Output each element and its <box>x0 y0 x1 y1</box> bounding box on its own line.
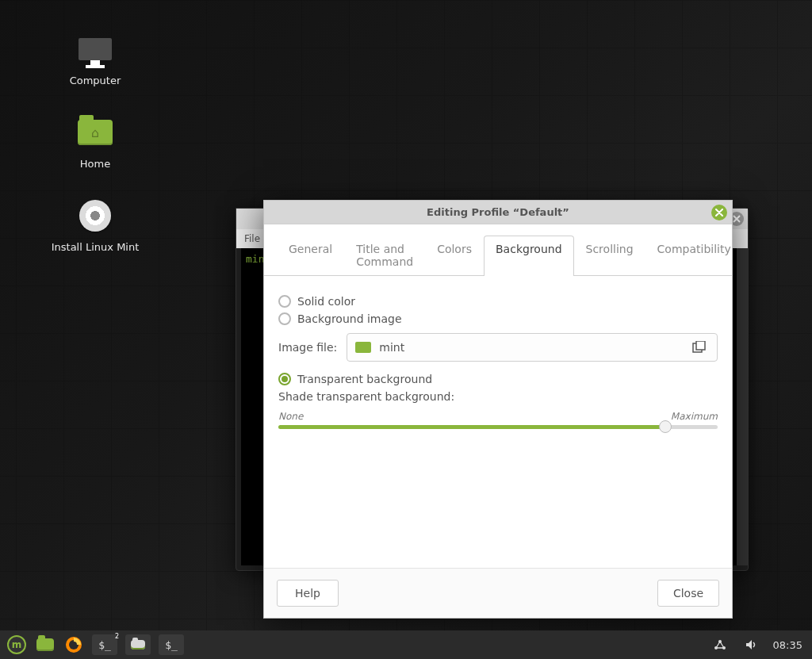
terminal-icon: $_ <box>165 639 178 651</box>
image-file-label: Image file: <box>278 341 337 354</box>
browse-icon <box>690 339 709 355</box>
close-icon <box>715 209 723 216</box>
folder-icon <box>36 638 54 651</box>
dialog-tabs: General Title and Command Colors Backgro… <box>264 224 732 276</box>
desktop-icon-label: Install Linux Mint <box>52 241 140 253</box>
image-file-chooser[interactable]: mint <box>347 333 718 362</box>
taskbar: m $_ $_ 08:35 <box>0 630 812 659</box>
taskbar-terminal-group[interactable]: $_ <box>92 634 117 655</box>
tab-title-command[interactable]: Title and Command <box>344 236 425 276</box>
dialog-close-button[interactable] <box>711 205 727 220</box>
volume-icon[interactable] <box>741 634 762 655</box>
shade-label: Shade transparent background: <box>278 390 718 403</box>
close-button[interactable]: Close <box>657 580 719 607</box>
firefox-icon <box>65 636 82 653</box>
radio-label: Transparent background <box>297 373 432 385</box>
computer-icon <box>75 32 115 67</box>
start-menu-button[interactable]: m <box>6 634 27 655</box>
radio-solid-color[interactable]: Solid color <box>278 295 718 308</box>
profile-dialog: Editing Profile “Default” General Title … <box>263 200 733 619</box>
desktop-icon-label: Home <box>80 158 110 170</box>
radio-background-image[interactable]: Background image <box>278 312 718 325</box>
tab-general[interactable]: General <box>277 236 344 276</box>
image-file-value: mint <box>379 341 404 354</box>
dialog-footer: Help Close <box>264 568 732 618</box>
tab-colors[interactable]: Colors <box>425 236 484 276</box>
radio-label: Solid color <box>297 295 355 308</box>
taskbar-left: m $_ $_ <box>6 634 184 655</box>
network-icon[interactable] <box>710 634 730 655</box>
taskbar-files-window[interactable] <box>125 634 151 655</box>
slider-max-label: Maximum <box>671 411 718 422</box>
terminal-menu-file[interactable]: File <box>244 233 260 244</box>
radio-transparent-background[interactable]: Transparent background <box>278 373 718 385</box>
taskbar-right: 08:35 <box>710 634 806 655</box>
terminal-icon: $_ <box>98 639 111 651</box>
help-button[interactable]: Help <box>277 580 339 607</box>
tab-content-background: Solid color Background image Image file:… <box>264 276 732 429</box>
tab-compatibility[interactable]: Compatibility <box>645 236 743 276</box>
terminal-scrollbar[interactable] <box>737 248 748 565</box>
taskbar-terminal-window[interactable]: $_ <box>159 634 184 655</box>
desktop-icon-grid: Computer ⌂ Home Install Linux Mint <box>32 32 159 253</box>
terminal-prompt: min <box>246 253 264 265</box>
desktop-icon-label: Computer <box>70 75 121 86</box>
dialog-titlebar[interactable]: Editing Profile “Default” <box>264 201 732 224</box>
desktop-icon-computer[interactable]: Computer <box>32 32 159 86</box>
folder-icon <box>355 342 371 353</box>
slider-thumb[interactable] <box>659 420 672 433</box>
mint-logo-icon: m <box>7 635 26 654</box>
desktop-icon-install[interactable]: Install Linux Mint <box>32 198 159 253</box>
radio-label: Background image <box>297 312 402 325</box>
svg-rect-1 <box>696 341 705 350</box>
disc-icon <box>75 198 115 233</box>
panel-clock[interactable]: 08:35 <box>773 639 802 651</box>
desktop-icon-home[interactable]: ⌂ Home <box>32 115 159 170</box>
firefox-launcher[interactable] <box>63 634 84 655</box>
dialog-title: Editing Profile “Default” <box>427 206 569 218</box>
files-launcher[interactable] <box>35 634 56 655</box>
radio-icon <box>278 312 291 325</box>
slider-track[interactable] <box>278 425 718 429</box>
radio-icon <box>278 295 291 308</box>
tab-background[interactable]: Background <box>484 236 574 276</box>
radio-icon-selected <box>278 373 291 385</box>
tab-scrolling[interactable]: Scrolling <box>574 236 645 276</box>
folder-icon <box>131 640 145 649</box>
folder-home-icon: ⌂ <box>75 115 115 150</box>
shade-slider[interactable]: None Maximum <box>278 411 718 429</box>
slider-min-label: None <box>278 411 303 422</box>
